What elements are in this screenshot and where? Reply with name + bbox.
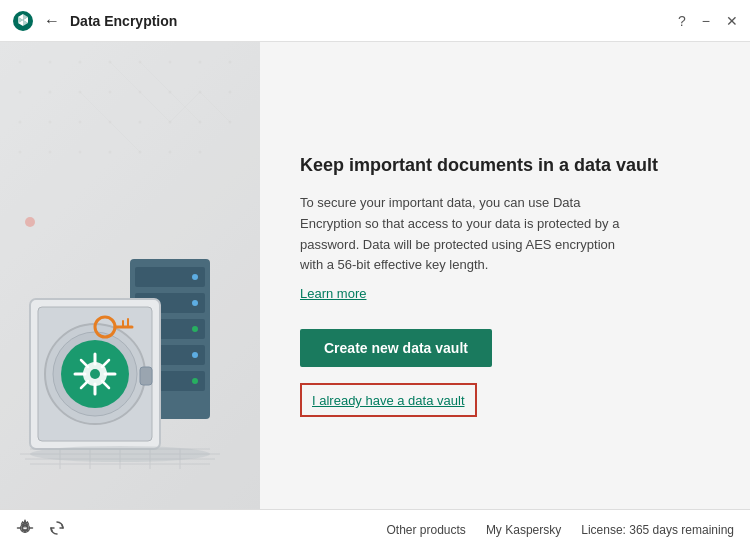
my-kaspersky-link[interactable]: My Kaspersky [486,523,561,537]
bottom-left-icons [16,519,66,541]
back-arrow-icon[interactable]: ← [44,12,60,30]
vault-illustration [10,199,240,479]
svg-point-81 [23,525,28,530]
svg-point-11 [49,91,52,94]
svg-point-56 [90,369,100,379]
content-heading: Keep important documents in a data vault [300,154,710,177]
svg-point-13 [109,91,112,94]
svg-rect-65 [140,367,152,385]
update-icon[interactable] [48,519,66,541]
svg-point-49 [192,378,198,384]
svg-point-32 [199,151,202,154]
close-button[interactable]: ✕ [726,13,738,29]
settings-icon[interactable] [16,519,34,541]
svg-point-46 [192,300,198,306]
svg-point-28 [79,151,82,154]
svg-point-31 [169,151,172,154]
svg-point-29 [109,151,112,154]
kaspersky-logo-icon [12,10,34,32]
svg-point-4 [79,61,82,64]
license-status: License: 365 days remaining [581,523,734,537]
svg-point-8 [199,61,202,64]
svg-point-45 [192,274,198,280]
learn-more-link[interactable]: Learn more [300,286,710,301]
help-button[interactable]: ? [678,13,686,29]
svg-point-20 [79,121,82,124]
svg-point-47 [192,326,198,332]
svg-point-18 [19,121,22,124]
main-content: Keep important documents in a data vault… [0,42,750,509]
svg-point-2 [19,61,22,64]
svg-point-17 [229,91,232,94]
svg-point-22 [139,121,142,124]
content-area: Keep important documents in a data vault… [260,42,750,509]
bottom-bar: Other products My Kaspersky License: 365… [0,509,750,549]
bottom-right-links: Other products My Kaspersky License: 365… [387,523,735,537]
title-bar-left: ← Data Encryption [12,10,177,32]
svg-point-9 [229,61,232,64]
svg-point-7 [169,61,172,64]
svg-point-48 [192,352,198,358]
svg-point-19 [49,121,52,124]
other-products-link[interactable]: Other products [387,523,466,537]
create-vault-button[interactable]: Create new data vault [300,329,492,367]
svg-point-10 [19,91,22,94]
page-title: Data Encryption [70,13,177,29]
illustration-area [0,42,260,509]
svg-point-26 [19,151,22,154]
svg-point-27 [49,151,52,154]
svg-point-3 [49,61,52,64]
window-controls: ? − ✕ [678,13,738,29]
content-description: To secure your important data, you can u… [300,193,640,276]
minimize-button[interactable]: − [702,13,710,29]
title-bar: ← Data Encryption ? − ✕ [0,0,750,42]
already-have-link-wrapper: I already have a data vault [300,383,477,417]
already-have-link[interactable]: I already have a data vault [312,393,465,408]
